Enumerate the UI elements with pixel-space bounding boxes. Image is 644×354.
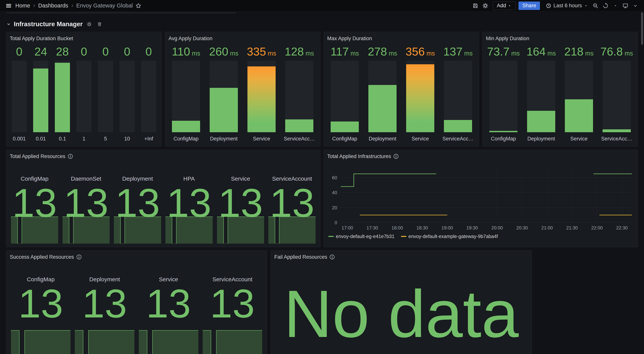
info-icon[interactable] <box>76 254 82 260</box>
bar-value: 335ms <box>247 42 276 59</box>
stat-value: 13 <box>12 188 57 218</box>
chevron-down-icon[interactable] <box>631 1 640 10</box>
legend-item[interactable]: envoy-default-eg-e41e7b31 <box>328 234 394 239</box>
bar-gauge-column: 240.01 <box>32 42 50 143</box>
bar-label: ConfigMap <box>174 135 198 143</box>
panel-title[interactable]: Total Applied Resources <box>10 153 317 160</box>
stat-serviceaccount: ServiceAccount13 <box>267 160 317 244</box>
bar-gauge-column: 278msDeployment <box>365 42 400 143</box>
bar-gauge-column: 356msService <box>403 42 438 143</box>
svg-text:20:30: 20:30 <box>516 225 528 230</box>
panel-total-apply-duration-bucket: Total Apply Duration Bucket 00.001240.01… <box>6 32 162 147</box>
panel-title[interactable]: Fail Applied Resources <box>274 253 528 261</box>
breadcrumb-current: Envoy Gateway Global <box>76 2 133 9</box>
bar-value: 28 <box>56 42 69 59</box>
svg-text:19:30: 19:30 <box>466 225 478 230</box>
bar-label: Deployment <box>527 135 555 143</box>
refresh-interval-caret-icon[interactable] <box>611 1 620 10</box>
bar-label: Deployment <box>368 135 396 143</box>
bar-value: 356ms <box>406 42 435 59</box>
panel-title-text: Max Apply Duration <box>327 36 372 41</box>
section-chevron-down-icon[interactable] <box>6 22 11 27</box>
legend-series-label: envoy-default-eg-e41e7b31 <box>336 234 394 239</box>
stat-deployment: Deployment13 <box>113 160 162 244</box>
dashboard-content: Infrastructure Manager Total Apply Durat… <box>0 12 644 354</box>
scrollbar[interactable] <box>641 12 643 45</box>
bar-label: 0.1 <box>59 135 66 143</box>
bar-gauge-column: 01 <box>74 42 94 143</box>
stat-service: Service13 <box>138 261 200 354</box>
bar-track <box>565 61 593 132</box>
bar-label: 0.001 <box>13 135 26 143</box>
breadcrumb-dashboards[interactable]: Dashboards <box>38 2 68 9</box>
zoom-out-icon[interactable] <box>591 1 600 10</box>
bar-gauge-column: 00.001 <box>10 42 29 143</box>
bar-gauge: 117msConfigMap278msDeployment356msServic… <box>327 42 476 143</box>
legend-item[interactable]: envoy-default-example-gateway-9b7aba4f <box>401 234 498 239</box>
svg-text:21:30: 21:30 <box>566 225 578 230</box>
trash-icon[interactable] <box>96 20 103 28</box>
caret-down-icon <box>508 4 512 8</box>
panel-title[interactable]: Max Apply Duration <box>327 35 476 42</box>
settings-gear-icon[interactable] <box>481 1 490 10</box>
svg-text:18:30: 18:30 <box>416 225 428 230</box>
panel-title[interactable]: Success Applied Resources <box>10 253 263 261</box>
panel-title[interactable]: Total Apply Duration Bucket <box>10 35 158 42</box>
bar-track <box>141 61 156 132</box>
info-icon[interactable] <box>393 154 399 159</box>
bar-gauge: 110msConfigMap260msDeployment335msServic… <box>168 42 317 143</box>
no-data-text: No data <box>271 261 532 354</box>
stat-service: Service13 <box>216 160 266 244</box>
bar-track <box>33 61 48 132</box>
add-button[interactable]: Add <box>493 1 516 10</box>
section-gear-icon[interactable] <box>85 20 93 28</box>
bar-label: Service <box>570 135 588 143</box>
bar-track <box>76 61 92 132</box>
refresh-icon[interactable] <box>601 1 610 10</box>
tv-monitor-icon[interactable] <box>621 1 630 10</box>
bar-label: ConfigMap <box>332 135 357 143</box>
bar-gauge-column: 335msService <box>244 42 279 143</box>
svg-text:60: 60 <box>332 175 337 180</box>
bar-track <box>444 61 472 132</box>
section-title[interactable]: Infrastructure Manager <box>14 20 82 28</box>
save-icon[interactable] <box>471 1 480 10</box>
panel-row-3: Success Applied Resources ConfigMap13Dep… <box>6 250 638 354</box>
bar-gauge-column: 280.1 <box>53 42 72 143</box>
svg-text:17:00: 17:00 <box>342 225 353 230</box>
row-infrastructure-manager-header: Infrastructure Manager <box>6 20 638 28</box>
panel-title[interactable]: Total Applied Infrastructures <box>327 153 634 160</box>
menu-icon[interactable] <box>4 1 13 10</box>
info-icon[interactable] <box>68 154 73 159</box>
stat-hpa: HPA13 <box>164 160 214 244</box>
stat-value: 13 <box>270 188 314 218</box>
bar-gauge: 00.001240.01280.101050100+Inf <box>10 42 158 143</box>
star-icon[interactable] <box>134 1 143 10</box>
bar-gauge-column: 010 <box>118 42 137 143</box>
bar-track <box>172 61 200 132</box>
stat-group: ConfigMap13DaemonSet13Deployment13HPA13S… <box>10 160 317 244</box>
bar-gauge-column: 164msDeployment <box>524 42 559 143</box>
share-button[interactable]: Share <box>518 1 540 10</box>
time-range-picker[interactable]: Last 6 hours <box>544 1 590 10</box>
bar-value: 0 <box>81 42 87 59</box>
stat-configmap: ConfigMap13 <box>10 160 60 244</box>
caret-down-icon <box>584 4 588 8</box>
panel-row-1: Total Apply Duration Bucket 00.001240.01… <box>6 32 638 147</box>
bar-gauge-column: 128msServiceAcc… <box>282 42 317 143</box>
breadcrumb-home[interactable]: Home <box>15 2 30 9</box>
info-icon[interactable] <box>330 254 335 260</box>
panel-title[interactable]: Min Apply Duration <box>486 35 634 42</box>
bar-gauge-column: 76.8msServiceAcc… <box>599 42 634 143</box>
panel-avg-apply-duration: Avg Apply Duration 110msConfigMap260msDe… <box>165 32 320 147</box>
svg-text:18:00: 18:00 <box>392 225 403 230</box>
bar-gauge-column: 260msDeployment <box>206 42 241 143</box>
bar-gauge-column: 137msServiceAcc… <box>440 42 476 143</box>
time-series-plot[interactable]: 17:0017:3018:0018:3019:0019:3020:0020:30… <box>327 165 634 232</box>
time-range-label: Last 6 hours <box>553 3 582 8</box>
svg-text:22:00: 22:00 <box>591 225 603 230</box>
panel-title-text: Total Applied Resources <box>10 154 65 159</box>
panel-row-2: Total Applied Resources ConfigMap13Daemo… <box>6 150 638 247</box>
bar-track <box>527 61 555 132</box>
panel-title[interactable]: Avg Apply Duration <box>168 35 317 42</box>
